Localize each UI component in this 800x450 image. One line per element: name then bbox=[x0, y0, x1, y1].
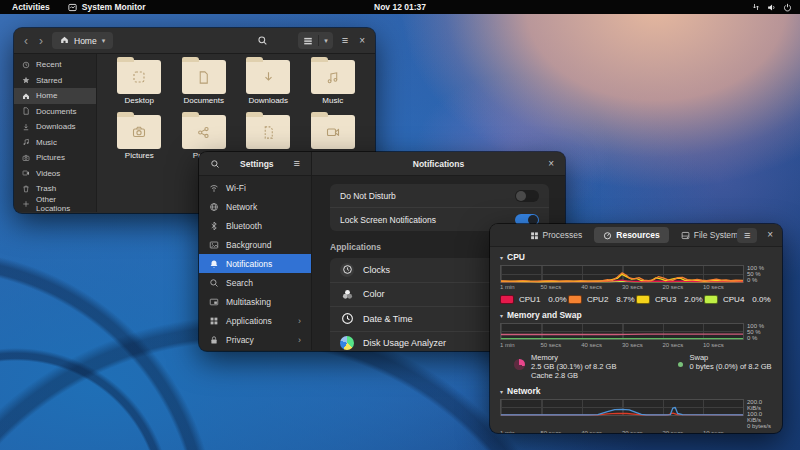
folder-label: Downloads bbox=[248, 96, 288, 105]
focused-app-indicator[interactable]: System Monitor bbox=[68, 2, 146, 12]
close-icon: × bbox=[767, 230, 773, 240]
folder-documents[interactable]: Documents bbox=[172, 56, 237, 105]
folder-pictures[interactable]: Pictures bbox=[107, 111, 172, 160]
sidebar-item-pictures[interactable]: Pictures bbox=[14, 150, 96, 166]
files-headerbar: ‹ › Home ▾ ▾ ≡ × bbox=[14, 28, 375, 54]
menu-icon: ≡ bbox=[342, 35, 348, 46]
view-toggle-button[interactable]: ▾ bbox=[298, 32, 333, 49]
date-time-app-icon bbox=[340, 312, 354, 326]
file-systems-icon bbox=[681, 231, 690, 240]
camera-emblem-icon bbox=[131, 124, 147, 140]
sidebar-item-recent[interactable]: Recent bbox=[14, 57, 96, 73]
memory-stats: Memory 2.5 GB (30.1%) of 8.2 GB Cache 2.… bbox=[514, 353, 772, 380]
memory-usage-value: 2.5 GB (30.1%) of 8.2 GB bbox=[531, 362, 616, 371]
app-label: Date & Time bbox=[363, 314, 413, 324]
settings-item-network[interactable]: Network bbox=[199, 197, 311, 216]
settings-item-search[interactable]: Search bbox=[199, 273, 311, 292]
sidebar-item-label: Music bbox=[36, 138, 57, 147]
folder-desktop[interactable]: Desktop bbox=[107, 56, 172, 105]
tab-label: Processes bbox=[543, 230, 583, 240]
volume-icon bbox=[767, 3, 776, 12]
network-y-axis: 200.0 KiB/s 100.0 KiB/s 0 bytes/s bbox=[744, 399, 772, 429]
folder-label: Pictures bbox=[125, 151, 154, 160]
memory-y-axis: 100 % 50 % 0 % bbox=[744, 323, 772, 341]
chevron-right-icon: › bbox=[298, 316, 301, 326]
app-label: Color bbox=[363, 289, 385, 299]
system-monitor-close-button[interactable]: × bbox=[765, 228, 775, 242]
cpu-section-header[interactable]: ▾ CPU bbox=[500, 252, 772, 262]
disclosure-triangle-icon: ▾ bbox=[500, 312, 503, 319]
settings-close-button[interactable]: × bbox=[546, 157, 556, 171]
network-section-header[interactable]: ▾ Network bbox=[500, 386, 772, 396]
cpu2-swatch bbox=[568, 295, 582, 304]
cpu3-legend-item[interactable]: CPU32.0% bbox=[636, 295, 704, 304]
disclosure-triangle-icon: ▾ bbox=[500, 254, 503, 261]
settings-sidebar: Wi-Fi Network Bluetooth Background Notif… bbox=[199, 176, 312, 350]
system-monitor-app-icon bbox=[68, 3, 77, 12]
cpu-y-axis: 100 % 50 % 0 % bbox=[744, 265, 772, 283]
cpu2-legend-item[interactable]: CPU28.7% bbox=[568, 295, 636, 304]
forward-button[interactable]: › bbox=[37, 35, 45, 47]
close-icon: × bbox=[359, 36, 365, 46]
sidebar-item-label: Videos bbox=[36, 169, 60, 178]
sidebar-item-trash[interactable]: Trash bbox=[14, 181, 96, 197]
search-button[interactable] bbox=[255, 33, 270, 48]
memory-usage-block: Memory 2.5 GB (30.1%) of 8.2 GB Cache 2.… bbox=[514, 353, 616, 380]
tab-processes[interactable]: Processes bbox=[521, 227, 592, 243]
sidebar-item-downloads[interactable]: Downloads bbox=[14, 119, 96, 135]
panel-title: Notifications bbox=[413, 159, 464, 169]
processes-icon bbox=[530, 231, 539, 240]
chevron-down-icon: ▾ bbox=[324, 37, 328, 45]
files-close-button[interactable]: × bbox=[357, 34, 367, 48]
sidebar-item-starred[interactable]: Starred bbox=[14, 73, 96, 89]
system-status-area[interactable] bbox=[752, 0, 792, 14]
settings-item-multitasking[interactable]: Multitasking bbox=[199, 292, 311, 311]
tab-label: File Systems bbox=[694, 230, 743, 240]
settings-title: Settings bbox=[240, 159, 274, 169]
cpu4-swatch bbox=[704, 295, 718, 304]
template-emblem-icon bbox=[261, 125, 276, 140]
settings-item-wifi[interactable]: Wi-Fi bbox=[199, 178, 311, 197]
download-emblem-icon bbox=[261, 70, 276, 85]
breadcrumb-label: Home bbox=[74, 36, 97, 46]
settings-item-label: Applications bbox=[226, 316, 272, 326]
system-monitor-window: Processes Resources File Systems ≡ × ▾ C… bbox=[490, 224, 782, 433]
cpu3-swatch bbox=[636, 295, 650, 304]
location-breadcrumb[interactable]: Home ▾ bbox=[52, 32, 113, 49]
settings-item-applications[interactable]: Applications › bbox=[199, 311, 311, 330]
color-app-icon bbox=[340, 287, 354, 301]
home-icon bbox=[60, 35, 69, 46]
sidebar-item-music[interactable]: Music bbox=[14, 135, 96, 151]
sidebar-item-label: Starred bbox=[36, 76, 62, 85]
swap-usage-block: Swap 0 bytes (0.0%) of 8.2 GB bbox=[678, 353, 771, 380]
settings-item-notifications[interactable]: Notifications bbox=[199, 254, 311, 273]
folder-downloads[interactable]: Downloads bbox=[236, 56, 301, 105]
sidebar-item-home[interactable]: Home bbox=[14, 88, 96, 104]
settings-menu-button[interactable]: ≡ bbox=[292, 156, 302, 171]
settings-item-privacy[interactable]: Privacy › bbox=[199, 330, 311, 349]
settings-search-button[interactable] bbox=[208, 157, 222, 171]
settings-item-background[interactable]: Background bbox=[199, 235, 311, 254]
activities-button[interactable]: Activities bbox=[10, 3, 52, 12]
cpu1-legend-item[interactable]: CPU10.0% bbox=[500, 295, 568, 304]
memory-pie-icon bbox=[514, 359, 525, 370]
sidebar-item-documents[interactable]: Documents bbox=[14, 104, 96, 120]
cpu4-legend-item[interactable]: CPU40.0% bbox=[704, 295, 772, 304]
system-monitor-menu-button[interactable]: ≡ bbox=[737, 228, 757, 243]
tab-resources[interactable]: Resources bbox=[594, 227, 668, 243]
do-not-disturb-label: Do Not Disturb bbox=[340, 191, 515, 201]
sidebar-item-other-locations[interactable]: Other Locations bbox=[14, 197, 96, 213]
sidebar-item-videos[interactable]: Videos bbox=[14, 166, 96, 182]
clock-button[interactable]: Nov 12 01:37 bbox=[374, 2, 426, 12]
folder-music[interactable]: Music bbox=[301, 56, 366, 105]
network-section-title: Network bbox=[507, 386, 541, 396]
sidebar-item-label: Recent bbox=[36, 60, 61, 69]
do-not-disturb-toggle[interactable] bbox=[515, 190, 539, 202]
settings-item-bluetooth[interactable]: Bluetooth bbox=[199, 216, 311, 235]
desktop-emblem-icon bbox=[131, 69, 147, 85]
back-button[interactable]: ‹ bbox=[22, 35, 30, 47]
list-view-icon bbox=[303, 32, 313, 50]
document-emblem-icon bbox=[196, 70, 211, 85]
memory-section-header[interactable]: ▾ Memory and Swap bbox=[500, 310, 772, 320]
files-menu-button[interactable]: ≡ bbox=[340, 33, 350, 48]
